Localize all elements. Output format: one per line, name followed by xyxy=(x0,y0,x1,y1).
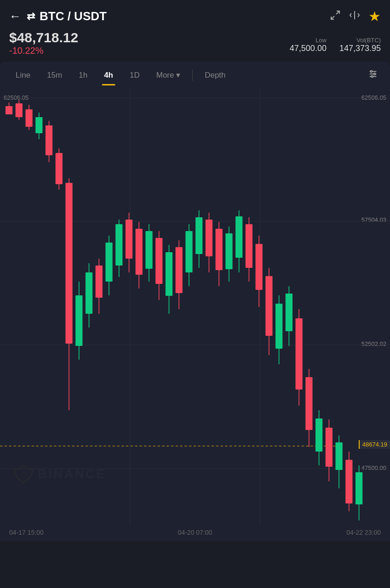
header: ← ⇄ BTC / USDT ★ xyxy=(0,0,390,29)
tab-line[interactable]: Line xyxy=(9,66,37,85)
tab-more[interactable]: More ▾ xyxy=(150,66,187,85)
svg-point-6 xyxy=(371,71,373,73)
tab-4h[interactable]: 4h xyxy=(98,66,120,85)
svg-rect-31 xyxy=(65,183,72,344)
tab-1h[interactable]: 1h xyxy=(72,66,94,85)
svg-line-0 xyxy=(336,11,339,14)
svg-rect-37 xyxy=(96,266,103,298)
split-icon[interactable] xyxy=(349,10,360,23)
time-label-2: 04-20 07:00 xyxy=(178,529,212,536)
vol-stat: Vol(BTC) 147,373.95 xyxy=(339,37,381,53)
svg-rect-71 xyxy=(265,276,272,336)
svg-rect-87 xyxy=(345,460,352,503)
svg-rect-23 xyxy=(25,109,32,127)
svg-rect-69 xyxy=(256,244,263,290)
svg-rect-85 xyxy=(335,442,342,470)
tab-depth[interactable]: Depth xyxy=(198,66,232,85)
svg-point-8 xyxy=(371,76,373,78)
favorite-icon[interactable]: ★ xyxy=(368,8,381,24)
candlestick-svg xyxy=(0,89,390,525)
price-bar: $48,718.12 -10.22% Low 47,500.00 Vol(BTC… xyxy=(0,29,390,62)
svg-rect-47 xyxy=(145,231,152,269)
svg-rect-25 xyxy=(35,117,42,133)
pair-title: ⇄ BTC / USDT xyxy=(27,9,107,23)
transfer-icon: ⇄ xyxy=(27,11,35,23)
time-labels: 04-17 15:00 04-20 07:00 04-22 23:00 xyxy=(0,525,390,542)
svg-rect-35 xyxy=(86,272,92,314)
time-label-1: 04-17 15:00 xyxy=(9,529,44,536)
svg-line-1 xyxy=(331,16,334,19)
svg-rect-89 xyxy=(356,472,362,504)
svg-rect-67 xyxy=(246,224,252,268)
svg-rect-83 xyxy=(326,428,333,467)
svg-rect-79 xyxy=(305,377,312,430)
svg-rect-21 xyxy=(16,103,23,117)
svg-rect-33 xyxy=(75,295,82,346)
tab-15m[interactable]: 15m xyxy=(40,66,69,85)
svg-rect-55 xyxy=(185,231,192,272)
svg-rect-61 xyxy=(216,229,223,270)
svg-rect-73 xyxy=(275,304,282,349)
svg-rect-29 xyxy=(56,153,63,184)
svg-rect-63 xyxy=(225,233,232,269)
svg-rect-49 xyxy=(155,238,162,284)
svg-point-7 xyxy=(374,73,376,75)
svg-rect-51 xyxy=(166,252,172,296)
svg-rect-39 xyxy=(105,243,112,282)
svg-rect-53 xyxy=(176,247,183,293)
svg-rect-59 xyxy=(206,220,212,256)
svg-rect-57 xyxy=(195,217,202,254)
settings-button[interactable] xyxy=(365,65,381,85)
svg-rect-27 xyxy=(46,125,52,155)
svg-rect-41 xyxy=(115,224,122,266)
time-label-3: 04-22 23:00 xyxy=(346,529,381,536)
tabs-bar: Line 15m 1h 4h 1D More ▾ Depth xyxy=(0,62,390,89)
svg-rect-65 xyxy=(235,216,242,258)
low-stat: Low 47,500.00 xyxy=(290,37,327,53)
tab-divider xyxy=(192,70,193,81)
price-change: -10.22% xyxy=(9,45,78,56)
svg-rect-77 xyxy=(296,318,303,390)
svg-rect-19 xyxy=(6,106,12,114)
tab-1d[interactable]: 1D xyxy=(123,66,146,85)
current-price: $48,718.12 xyxy=(9,30,78,45)
back-button[interactable]: ← xyxy=(9,9,21,23)
chart-wrapper: 62506.05 57504.03 52502.02 47500.00 6250… xyxy=(0,89,390,542)
svg-rect-81 xyxy=(315,418,322,452)
chart-container[interactable]: 62506.05 57504.03 52502.02 47500.00 6250… xyxy=(0,89,390,525)
svg-rect-75 xyxy=(286,294,292,331)
svg-rect-43 xyxy=(126,220,132,259)
expand-icon[interactable] xyxy=(330,10,341,23)
svg-rect-45 xyxy=(136,229,143,275)
